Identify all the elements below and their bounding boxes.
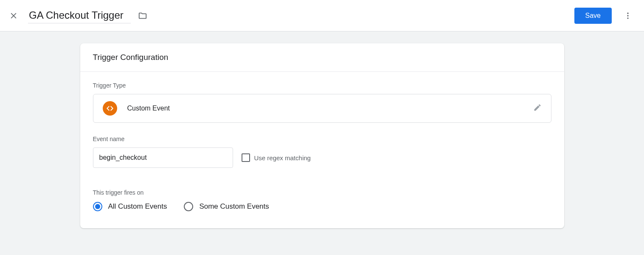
card-title: Trigger Configuration [80,43,564,72]
save-button[interactable]: Save [574,8,612,24]
svg-point-4 [627,17,628,19]
regex-matching-checkbox[interactable]: Use regex matching [242,153,311,162]
trigger-name-input[interactable] [28,8,131,23]
close-button[interactable] [5,7,22,24]
close-icon [9,11,18,20]
pencil-icon [533,103,542,112]
event-name-input[interactable] [93,147,233,168]
radio-some-custom-events[interactable]: Some Custom Events [184,202,269,211]
page-header: Save [0,0,644,31]
folder-icon [138,11,147,20]
radio-icon [93,202,102,211]
radio-all-custom-events[interactable]: All Custom Events [93,202,167,211]
more-menu-button[interactable] [619,7,636,24]
event-name-label: Event name [93,136,551,142]
radio-label-some: Some Custom Events [199,202,269,211]
trigger-type-selector[interactable]: Custom Event [93,94,551,123]
fires-on-label: This trigger fires on [93,189,551,196]
edit-trigger-type-button[interactable] [533,103,542,113]
radio-label-all: All Custom Events [108,202,167,211]
content-area: Trigger Configuration Trigger Type Custo… [0,31,644,228]
trigger-type-value: Custom Event [127,105,170,112]
regex-checkbox-label: Use regex matching [254,154,311,162]
folder-button[interactable] [137,10,149,22]
svg-point-2 [627,12,628,14]
svg-point-3 [627,15,628,16]
radio-icon [184,202,193,211]
custom-event-icon [103,101,117,116]
more-vert-icon [624,11,632,20]
trigger-config-card: Trigger Configuration Trigger Type Custo… [80,43,564,228]
checkbox-icon [242,153,250,162]
trigger-type-label: Trigger Type [93,82,551,89]
